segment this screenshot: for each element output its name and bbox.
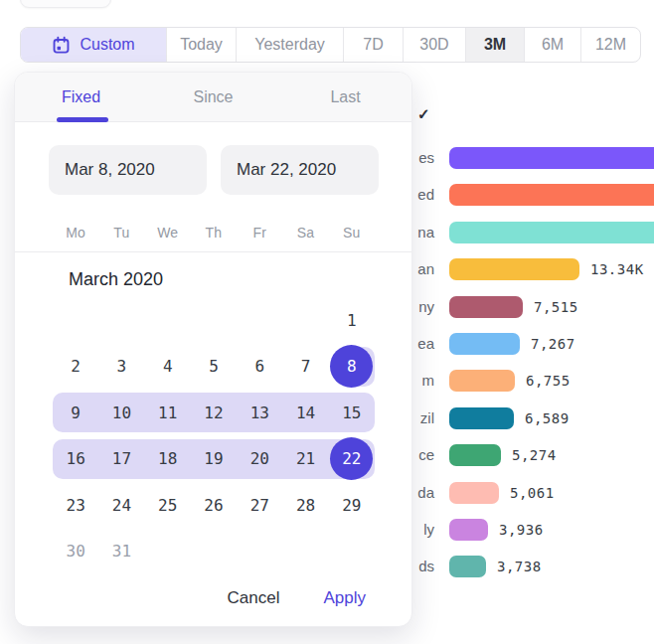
day-number: 10 [112,403,131,422]
calendar-week-row: 1 [53,297,375,344]
tab-fixed[interactable]: Fixed [15,73,147,121]
bar-value: 7,267 [531,333,575,355]
bar[interactable] [449,370,515,392]
day-number: 29 [342,496,361,515]
day-cell[interactable]: 19 [191,436,237,483]
day-number: 18 [158,449,177,468]
day-cell[interactable]: 20 [237,436,282,483]
day-cell[interactable]: 6 [237,344,282,391]
day-cell[interactable]: 23 [53,482,98,529]
bar[interactable] [449,147,654,169]
calendar-icon [52,36,71,55]
day-cell-empty [282,297,328,344]
day-cell-empty [329,529,375,575]
bar[interactable] [449,556,486,577]
weekday-label: Tu [98,225,144,248]
day-cell[interactable]: 18 [145,436,191,483]
day-number: 28 [296,496,315,515]
day-cell[interactable]: 21 [282,436,328,483]
day-cell[interactable]: 27 [237,482,282,529]
day-number: 27 [250,496,269,515]
day-cell-empty [53,297,98,344]
bar[interactable] [449,222,654,243]
active-tab-underline [57,117,108,122]
day-cell[interactable]: 10 [98,390,144,436]
bar-value: 5,274 [512,444,557,466]
tab-last[interactable]: Last [279,73,411,121]
calendar-week-row: 23242526272829 [53,482,375,529]
date-picker-tabs: Fixed Since Last [15,73,411,122]
day-cell[interactable]: 25 [145,482,191,529]
day-number: 2 [71,357,81,376]
bar-value: 5,061 [510,482,555,504]
screen: esednaan13.34Kny7,515ea7,267m6,755zil6,5… [0,0,654,644]
apply-button[interactable]: Apply [323,588,366,608]
preset-12m[interactable]: 12M [580,28,640,62]
day-cell[interactable]: 13 [237,390,282,436]
day-cell[interactable]: 30 [53,529,98,575]
bar-value: 7,515 [534,296,578,318]
bar[interactable] [449,482,499,504]
day-number: 16 [67,449,85,468]
day-cell[interactable]: 9 [53,390,98,436]
cancel-button[interactable]: Cancel [228,588,280,608]
preset-today[interactable]: Today [166,28,236,62]
day-cell[interactable]: 31 [98,529,144,575]
day-cell[interactable]: 14 [282,390,328,436]
weekday-label: Th [191,225,237,248]
bar[interactable] [449,296,523,318]
day-cell-empty [282,529,328,575]
day-cell[interactable]: 5 [191,344,237,391]
preset-3m[interactable]: 3M [465,28,524,62]
bar-value: 13.34K [590,258,644,280]
preset-7d[interactable]: 7D [343,28,403,62]
day-cell[interactable]: 11 [145,390,191,436]
day-number: 5 [209,357,219,376]
weekday-label: Su [329,225,375,248]
day-cell[interactable]: 1 [329,297,375,344]
day-cell[interactable]: 17 [98,436,144,483]
day-cell[interactable]: 26 [191,482,237,529]
day-cell[interactable]: 2 [53,344,98,391]
day-cell[interactable]: 4 [145,344,191,391]
day-cell-empty [237,529,282,575]
day-number: 7 [301,357,311,376]
day-cell-empty [98,297,144,344]
day-number: 11 [158,403,177,422]
bar[interactable] [449,333,520,355]
day-cell-empty [145,297,191,344]
day-cell[interactable]: 22 [329,436,375,483]
start-date-input[interactable]: Mar 8, 2020 [49,145,207,195]
day-cell[interactable]: 29 [329,482,375,529]
bar[interactable] [449,444,501,466]
day-cell[interactable]: 28 [282,482,328,529]
day-number: 25 [158,496,177,515]
preset-30d[interactable]: 30D [403,28,465,62]
preset-6m[interactable]: 6M [524,28,580,62]
day-cell[interactable]: 12 [191,390,237,436]
preset-yesterday[interactable]: Yesterday [236,28,343,62]
bar[interactable] [449,184,654,206]
day-cell[interactable]: 15 [329,390,375,436]
day-number: 26 [204,496,223,515]
weekday-label: We [145,225,191,248]
date-range-toolbar: Custom Today Yesterday 7D 30D 3M 6M 12M [20,27,641,63]
bar[interactable] [449,519,488,541]
day-cell[interactable]: 3 [98,344,144,391]
day-number: 12 [204,403,223,422]
day-cell[interactable]: 7 [282,344,328,391]
date-picker-popup: Fixed Since Last Mar 8, 2020 Mar 22, 202… [14,72,412,627]
tab-since[interactable]: Since [147,73,279,121]
bar[interactable] [449,258,579,280]
bar[interactable] [449,407,514,429]
day-number: 4 [163,357,173,376]
day-number: 15 [342,403,361,422]
custom-range-button[interactable]: Custom [21,28,166,62]
picker-footer: Cancel Apply [228,588,366,608]
day-cell[interactable]: 8 [329,344,375,391]
day-cell[interactable]: 16 [53,436,98,483]
end-date-input[interactable]: Mar 22, 2020 [221,145,379,195]
date-inputs-row: Mar 8, 2020 Mar 22, 2020 [49,145,379,195]
day-cell[interactable]: 24 [98,482,144,529]
calendar-week-row: 9101112131415 [53,390,375,436]
